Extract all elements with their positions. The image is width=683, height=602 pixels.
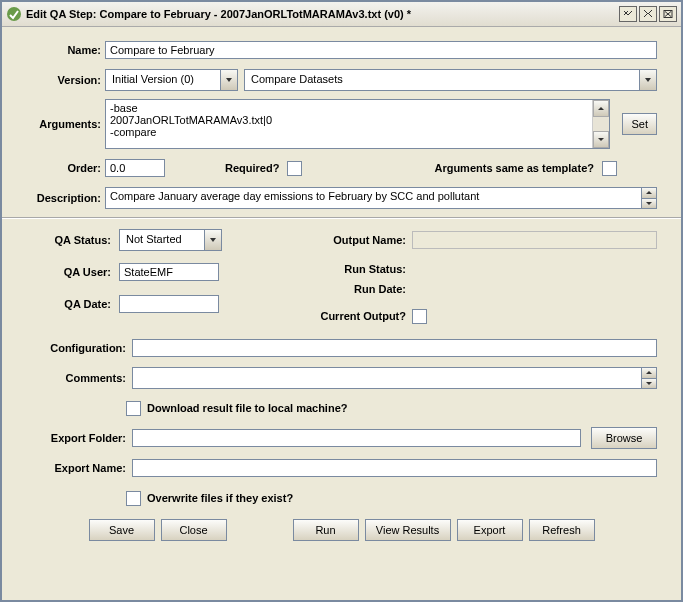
comments-text[interactable]	[133, 368, 641, 388]
close-internal-icon[interactable]	[659, 6, 677, 22]
browse-button[interactable]: Browse	[591, 427, 657, 449]
required-checkbox[interactable]	[287, 161, 302, 176]
export-name-input[interactable]	[132, 459, 657, 477]
comments-label: Comments:	[26, 372, 132, 384]
output-name-field	[412, 231, 657, 249]
app-icon	[6, 6, 22, 22]
set-button[interactable]: Set	[622, 113, 657, 135]
scrollbar[interactable]	[592, 100, 609, 148]
window: Edit QA Step: Compare to February - 2007…	[0, 0, 683, 602]
name-label: Name:	[26, 44, 105, 56]
maximize-internal-icon[interactable]	[639, 6, 657, 22]
order-input[interactable]	[105, 159, 165, 177]
qa-status-label: QA Status:	[26, 234, 119, 246]
run-button[interactable]: Run	[293, 519, 359, 541]
export-button[interactable]: Export	[457, 519, 523, 541]
export-folder-input[interactable]	[132, 429, 581, 447]
args-template-label: Arguments same as template?	[434, 162, 594, 174]
view-results-button[interactable]: View Results	[365, 519, 451, 541]
run-date-label: Run Date:	[276, 283, 412, 295]
order-label: Order:	[26, 162, 105, 174]
download-checkbox[interactable]	[126, 401, 141, 416]
current-output-checkbox[interactable]	[412, 309, 427, 324]
overwrite-label: Overwrite files if they exist?	[147, 492, 293, 504]
comments-field[interactable]	[132, 367, 657, 389]
qa-user-input[interactable]	[119, 263, 219, 281]
divider	[2, 217, 681, 219]
program-combo-text: Compare Datasets	[245, 70, 639, 90]
combo-arrow-icon[interactable]	[220, 70, 237, 90]
content-area: Name: Version: Initial Version (0) Compa…	[2, 27, 681, 600]
button-row: Save Close Run View Results Export Refre…	[26, 519, 657, 541]
combo-arrow-icon[interactable]	[204, 230, 221, 250]
version-combo-text: Initial Version (0)	[106, 70, 220, 90]
scroll-down-icon[interactable]	[593, 131, 609, 148]
minimize-internal-icon[interactable]	[619, 6, 637, 22]
version-label: Version:	[26, 74, 105, 86]
export-folder-label: Export Folder:	[26, 432, 132, 444]
qa-status-combo[interactable]: Not Started	[119, 229, 222, 251]
qa-status-text: Not Started	[120, 230, 204, 250]
configuration-input[interactable]	[132, 339, 657, 357]
description-label: Description:	[26, 192, 105, 204]
spinner-control[interactable]	[641, 188, 656, 208]
save-button[interactable]: Save	[89, 519, 155, 541]
qa-user-label: QA User:	[26, 266, 119, 278]
qa-date-label: QA Date:	[26, 298, 119, 310]
name-input[interactable]	[105, 41, 657, 59]
close-button[interactable]: Close	[161, 519, 227, 541]
current-output-label: Current Output?	[276, 310, 412, 322]
output-name-label: Output Name:	[276, 234, 412, 246]
titlebar: Edit QA Step: Compare to February - 2007…	[2, 2, 681, 27]
configuration-label: Configuration:	[26, 342, 132, 354]
export-name-label: Export Name:	[26, 462, 132, 474]
required-label: Required?	[225, 162, 279, 174]
arguments-input[interactable]	[106, 100, 592, 148]
scroll-up-icon[interactable]	[593, 100, 609, 117]
svg-point-0	[7, 7, 21, 21]
refresh-button[interactable]: Refresh	[529, 519, 595, 541]
qa-date-input[interactable]	[119, 295, 219, 313]
overwrite-checkbox[interactable]	[126, 491, 141, 506]
combo-arrow-icon[interactable]	[639, 70, 656, 90]
arguments-label: Arguments:	[26, 118, 105, 130]
window-title: Edit QA Step: Compare to February - 2007…	[26, 8, 619, 20]
description-text[interactable]: Compare January average day emissions to…	[106, 188, 641, 208]
arguments-area	[105, 99, 610, 149]
program-combo[interactable]: Compare Datasets	[244, 69, 657, 91]
version-combo[interactable]: Initial Version (0)	[105, 69, 238, 91]
run-status-label: Run Status:	[276, 263, 412, 275]
download-label: Download result file to local machine?	[147, 402, 347, 414]
args-template-checkbox[interactable]	[602, 161, 617, 176]
description-field[interactable]: Compare January average day emissions to…	[105, 187, 657, 209]
spinner-control[interactable]	[641, 368, 656, 388]
